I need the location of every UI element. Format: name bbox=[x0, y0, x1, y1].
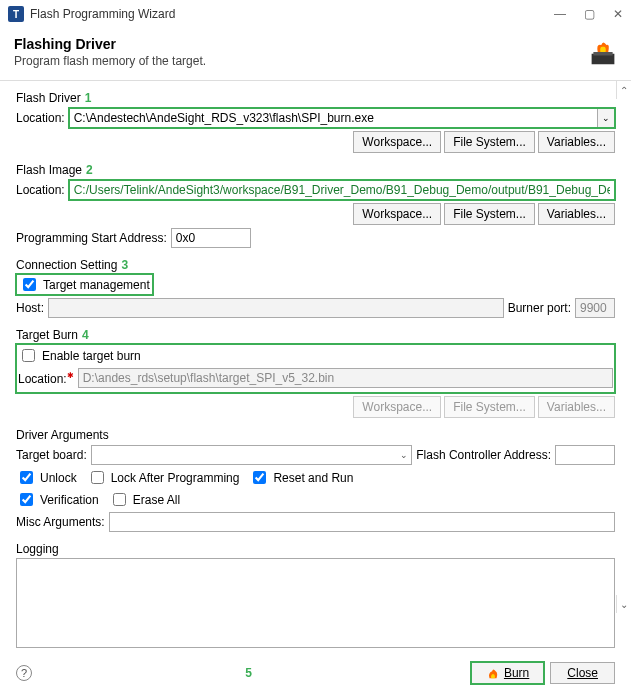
host-input bbox=[48, 298, 504, 318]
svg-rect-1 bbox=[593, 52, 612, 56]
logging-textarea[interactable] bbox=[16, 558, 615, 648]
flash-controller-label: Flash Controller Address: bbox=[416, 448, 551, 462]
help-icon[interactable]: ? bbox=[16, 665, 32, 681]
flash-image-location-input[interactable] bbox=[69, 180, 615, 200]
misc-arguments-input[interactable] bbox=[109, 512, 615, 532]
verification-checkbox[interactable]: Verification bbox=[16, 490, 99, 509]
target-board-select[interactable]: ⌄ bbox=[91, 445, 413, 465]
flash-image-section: Flash Image2 bbox=[16, 163, 615, 177]
flash-chip-icon bbox=[589, 38, 617, 66]
close-button[interactable]: Close bbox=[550, 662, 615, 684]
burner-port-input bbox=[575, 298, 615, 318]
footer: ? 5 Burn Close bbox=[0, 654, 631, 692]
content-area: ⌃ Flash Driver1 Location: ⌄ Workspace...… bbox=[0, 81, 631, 661]
page-subtitle: Program flash memory of the target. bbox=[14, 54, 617, 68]
filesystem-button[interactable]: File System... bbox=[444, 203, 535, 225]
connection-section: Connection Setting3 bbox=[16, 258, 615, 272]
misc-arguments-label: Misc Arguments: bbox=[16, 515, 105, 529]
dropdown-icon[interactable]: ⌄ bbox=[597, 108, 615, 128]
flash-controller-input[interactable] bbox=[555, 445, 615, 465]
target-burn-location-input bbox=[78, 368, 613, 388]
page-title: Flashing Driver bbox=[14, 36, 617, 52]
collapse-icon[interactable]: ⌃ bbox=[616, 81, 630, 99]
workspace-button[interactable]: Workspace... bbox=[353, 131, 441, 153]
unlock-checkbox[interactable]: Unlock bbox=[16, 468, 77, 487]
window-title: Flash Programming Wizard bbox=[30, 7, 175, 21]
target-board-label: Target board: bbox=[16, 448, 87, 462]
burn-button[interactable]: Burn bbox=[471, 662, 544, 684]
filesystem-button[interactable]: File System... bbox=[444, 131, 535, 153]
start-address-input[interactable] bbox=[171, 228, 251, 248]
workspace-button: Workspace... bbox=[353, 396, 441, 418]
close-icon[interactable]: ✕ bbox=[613, 7, 623, 21]
filesystem-button: File System... bbox=[444, 396, 535, 418]
app-icon: T bbox=[8, 6, 24, 22]
lock-after-checkbox[interactable]: Lock After Programming bbox=[87, 468, 240, 487]
header: Flashing Driver Program flash memory of … bbox=[0, 28, 631, 81]
maximize-icon[interactable]: ▢ bbox=[584, 7, 595, 21]
minimize-icon[interactable]: — bbox=[554, 7, 566, 21]
expand-icon[interactable]: ⌄ bbox=[616, 595, 630, 613]
variables-button[interactable]: Variables... bbox=[538, 203, 615, 225]
flash-driver-location-input[interactable] bbox=[69, 108, 597, 128]
enable-target-burn-checkbox[interactable]: Enable target burn bbox=[18, 346, 613, 365]
target-burn-location-label: Location:✱ bbox=[18, 371, 74, 386]
titlebar: T Flash Programming Wizard — ▢ ✕ bbox=[0, 0, 631, 28]
start-address-label: Programming Start Address: bbox=[16, 231, 167, 245]
reset-run-checkbox[interactable]: Reset and Run bbox=[249, 468, 353, 487]
erase-all-checkbox[interactable]: Erase All bbox=[109, 490, 180, 509]
target-management-check[interactable] bbox=[23, 278, 36, 291]
target-management-checkbox[interactable]: Target management bbox=[16, 274, 153, 295]
enable-target-burn-check[interactable] bbox=[22, 349, 35, 362]
host-label: Host: bbox=[16, 301, 44, 315]
flash-driver-location-label: Location: bbox=[16, 111, 65, 125]
flash-driver-section: Flash Driver1 bbox=[16, 91, 615, 105]
variables-button[interactable]: Variables... bbox=[538, 131, 615, 153]
flash-image-location-label: Location: bbox=[16, 183, 65, 197]
variables-button: Variables... bbox=[538, 396, 615, 418]
driver-arguments-section: Driver Arguments bbox=[16, 428, 615, 442]
burner-port-label: Burner port: bbox=[508, 301, 571, 315]
workspace-button[interactable]: Workspace... bbox=[353, 203, 441, 225]
fire-icon bbox=[486, 666, 500, 680]
target-burn-section: Target Burn4 bbox=[16, 328, 615, 342]
logging-section: Logging bbox=[16, 542, 615, 556]
